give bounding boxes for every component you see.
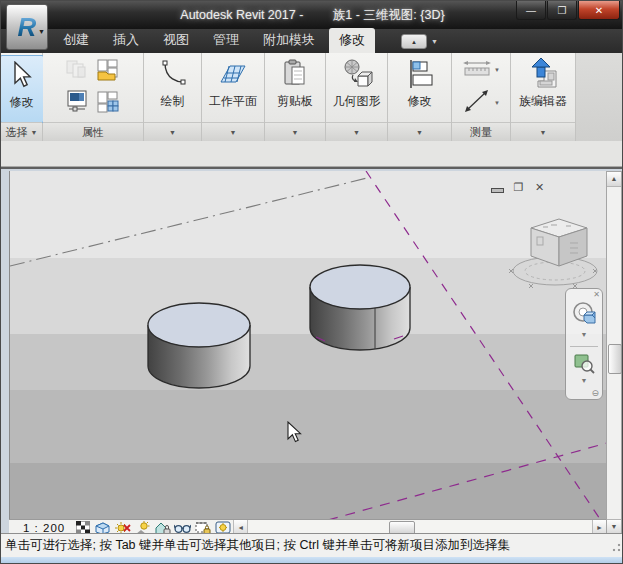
view-minimize-button[interactable] [490,181,505,194]
measure-diagonal-icon [462,88,492,118]
extrusion-cylinder-left[interactable] [148,303,250,388]
view-scale-button[interactable]: 1 : 200 [13,522,71,534]
draw-panel-expand[interactable]: ▼ [144,122,201,141]
select-panel-menu[interactable]: 选择 ▼ [1,122,42,141]
window-bottom-edge [1,557,623,564]
revit-window: Autodesk Revit 2017 - 族1 - 三维视图: {3D} — … [0,0,623,564]
navbar-close-button[interactable]: ✕ [593,290,600,299]
draw-button[interactable]: 绘制 [152,55,194,112]
steering-wheel-button[interactable] [566,301,602,327]
status-bar: 单击可进行选择; 按 Tab 键并单击可选择其他项目; 按 Ctrl 键并单击可… [1,533,623,557]
tab-manage[interactable]: 管理 [203,28,249,53]
tab-insert[interactable]: 插入 [103,28,149,53]
reference-plane-purple-2[interactable] [328,443,607,519]
options-bar [1,141,623,167]
tab-create[interactable]: 创建 [53,28,99,53]
scroll-left-icon: ◄ [237,524,244,531]
chevron-down-icon: ▼ [169,129,176,136]
work-plane-button[interactable]: 工作平面 [205,55,261,112]
maximize-button[interactable]: ❐ [547,1,577,20]
view-cube[interactable] [509,219,597,288]
cursor-arrow-icon [5,58,39,92]
modify-tool-label: 修改 [10,94,34,111]
scroll-down-button[interactable]: ▼ [607,519,621,534]
paste-button[interactable]: 剪贴板 [273,55,317,112]
tab-modify[interactable]: 修改 [329,28,375,53]
work-plane-grid-icon [216,57,250,91]
tab-view[interactable]: 视图 [153,28,199,53]
ribbon-panel-clipboard: 剪贴板 ▼ [265,53,326,141]
navbar-collapse-button[interactable]: ⊖ [591,388,599,398]
zoom-region-icon [572,351,596,375]
view-close-icon: ✕ [535,181,544,194]
mouse-cursor [287,421,302,447]
scroll-down-icon: ▼ [611,523,618,530]
scroll-up-button[interactable]: ▲ [607,172,621,187]
ribbon: 修改 选择 ▼ [1,53,623,141]
family-category-button[interactable] [95,58,121,86]
measure-panel-label: 测量 [452,122,510,141]
chevron-down-icon: ▼ [292,129,299,136]
geometry-sphere-cube-icon [340,57,374,91]
minimize-icon: — [526,5,536,16]
modify-tool-button[interactable]: 修改 [0,55,44,123]
measure-along-element-button[interactable]: ▼ [460,87,502,119]
ribbon-empty-area [576,53,623,141]
steering-wheel-menu-arrow[interactable]: ▼ [566,331,602,338]
view-close-button[interactable]: ✕ [532,181,547,194]
chevron-down-icon: ▼ [431,38,438,45]
app-title: Autodesk Revit 2017 - [180,8,303,22]
navigation-bar: ✕ ▼ [565,288,603,400]
properties-panel-label: 属性 [43,122,143,141]
scroll-right-icon: ► [596,524,603,531]
ribbon-minimize-icon: ▲ [401,34,427,49]
ribbon-state-toggle[interactable]: ▲ ▼ [401,34,438,49]
scroll-up-icon: ▲ [611,175,618,182]
zoom-region-button[interactable] [566,351,602,375]
ribbon-panel-measure: ▼ ▼ 测量 [452,53,511,141]
chevron-down-icon: ▼ [494,67,500,73]
view-minimize-icon [491,188,504,193]
load-into-project-icon [526,57,560,91]
revit-logo-icon: R [18,14,37,40]
geometry-panel-expand[interactable]: ▼ [326,122,387,141]
ribbon-panel-select: 修改 选择 ▼ [1,53,43,141]
view-restore-icon: ❐ [514,181,524,194]
workplane-panel-expand[interactable]: ▼ [202,122,264,141]
view-area: ❐ ✕ ✕ ▼ [1,167,623,533]
ribbon-panel-properties: 属性 [43,53,144,141]
properties-palette-button[interactable] [65,89,91,119]
clipboard-panel-expand[interactable]: ▼ [265,122,325,141]
resize-grip[interactable] [608,539,622,553]
vertical-scroll-thumb[interactable] [608,344,622,374]
application-menu-button[interactable]: R ▼ [6,4,48,50]
align-icon [403,57,437,91]
restore-icon: ❐ [558,5,567,16]
close-button[interactable]: ✕ [578,1,620,20]
vertical-scrollbar[interactable]: ▲ ▼ [606,171,622,535]
minimize-button[interactable]: — [516,1,546,20]
extrusion-cylinder-right[interactable] [310,265,410,350]
align-button[interactable]: 修改 [399,55,441,112]
ribbon-panel-draw: 绘制 ▼ [144,53,202,141]
document-title: 族1 - 三维视图: {3D} [333,8,445,22]
measure-between-references-button[interactable]: ▼ [460,58,502,82]
geometry-button[interactable]: 几何图形 [329,55,385,112]
family-properties-icon [65,58,91,86]
navbar-divider [570,346,598,347]
title-bar: Autodesk Revit 2017 - 族1 - 三维视图: {3D} — … [1,1,623,29]
paste-clipboard-icon [278,57,312,91]
ribbon-panel-family-editor: 族编辑器 ▼ [511,53,576,141]
modify-panel-expand[interactable]: ▼ [388,122,451,141]
drawing-canvas[interactable]: ❐ ✕ ✕ ▼ [9,171,607,519]
family-editor-panel-expand[interactable]: ▼ [511,122,575,141]
zoom-menu-arrow[interactable]: ▼ [566,377,602,384]
view-restore-button[interactable]: ❐ [511,181,526,194]
reference-line-gray[interactable] [10,178,367,266]
family-types-button[interactable] [95,90,121,118]
steering-wheel-icon [571,301,597,327]
tab-addins[interactable]: 附加模块 [253,28,325,53]
ribbon-panel-geometry: 几何图形 ▼ [326,53,388,141]
ribbon-panel-workplane: 工作平面 ▼ [202,53,265,141]
load-into-project-button[interactable]: 族编辑器 [515,55,571,112]
